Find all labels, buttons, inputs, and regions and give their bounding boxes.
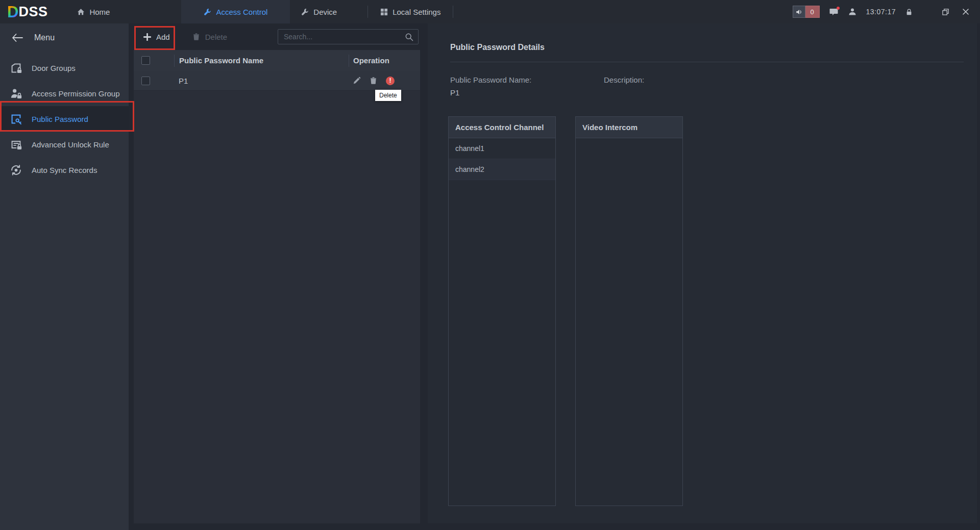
back-arrow-icon xyxy=(12,34,23,42)
tab-access-control-label: Access Control xyxy=(216,8,267,16)
tab-access-control[interactable]: Access Control xyxy=(181,0,290,23)
wrench-icon xyxy=(204,8,211,16)
notification-red-dot xyxy=(837,7,840,10)
column-header-operation: Operation xyxy=(349,55,420,67)
sync-failed-warning-icon[interactable]: ! xyxy=(386,77,395,85)
sync-icon xyxy=(10,164,22,176)
sidebar-item-label: Door Groups xyxy=(32,64,76,72)
dss-logo: D DSS xyxy=(0,4,63,20)
description-label: Description: xyxy=(604,75,644,84)
grid-icon xyxy=(380,8,388,16)
menu-back-header[interactable]: Menu xyxy=(0,23,129,52)
top-bar: D DSS Home Access Control Device xyxy=(0,0,980,23)
header-checkbox-cell xyxy=(134,56,174,65)
list-toolbar: Add Delete xyxy=(134,23,420,50)
sidebar-item-advanced-unlock-rule[interactable]: Advanced Unlock Rule xyxy=(0,132,129,157)
table-row[interactable]: P1 ! xyxy=(134,71,420,91)
list-item-channel1[interactable]: channel1 xyxy=(449,138,555,159)
document-lock-icon xyxy=(10,139,22,150)
tab-home[interactable]: Home xyxy=(65,0,122,23)
door-lock-icon xyxy=(10,62,22,74)
sidebar-item-public-password[interactable]: Public Password xyxy=(0,106,129,132)
name-value: P1 xyxy=(450,88,459,97)
details-title: Public Password Details xyxy=(450,43,545,52)
search-input[interactable] xyxy=(283,32,405,41)
message-notification-icon[interactable] xyxy=(829,8,839,16)
row-password-name: P1 xyxy=(174,77,349,85)
row-checkbox-cell xyxy=(134,77,174,85)
row-operation-cell: ! xyxy=(349,77,420,85)
tab-home-label: Home xyxy=(89,8,110,16)
list-item-channel2[interactable]: channel2 xyxy=(449,159,555,180)
search-icon[interactable] xyxy=(405,33,413,41)
speaker-icon xyxy=(793,6,805,18)
tab-divider xyxy=(453,6,453,18)
delete-button-label: Delete xyxy=(205,33,227,41)
channel-list-header: Access Control Channel xyxy=(449,117,555,138)
sidebar-item-auto-sync-records[interactable]: Auto Sync Records xyxy=(0,157,129,183)
delete-tooltip: Delete xyxy=(375,90,401,101)
column-header-name: Public Password Name xyxy=(174,55,349,67)
trash-icon xyxy=(192,33,200,41)
top-bar-right-controls: 0 13:07:17 xyxy=(793,6,980,18)
row-checkbox[interactable] xyxy=(141,77,150,85)
navigation-sidebar: Menu Door Groups Access Permission Group xyxy=(0,23,129,530)
lock-screen-icon[interactable] xyxy=(905,8,913,16)
alarm-count-badge: 0 xyxy=(805,6,820,18)
tab-device[interactable]: Device xyxy=(294,0,368,23)
name-label: Public Password Name: xyxy=(450,75,531,84)
access-control-channel-list: Access Control Channel channel1 channel2 xyxy=(448,116,556,506)
tab-local-settings[interactable]: Local Settings xyxy=(368,0,453,23)
sidebar-item-door-groups[interactable]: Door Groups xyxy=(0,55,129,81)
close-button[interactable] xyxy=(963,9,969,15)
add-button[interactable]: Add xyxy=(143,33,170,41)
search-box[interactable] xyxy=(278,29,419,44)
plus-icon xyxy=(143,33,151,41)
sidebar-item-label: Auto Sync Records xyxy=(32,166,97,174)
alarm-sound-control[interactable]: 0 xyxy=(793,6,820,18)
add-button-label: Add xyxy=(156,33,170,41)
video-intercom-list: Video Intercom xyxy=(575,116,683,506)
wrench-icon xyxy=(301,8,309,16)
dss-application-window: D DSS Home Access Control Device xyxy=(0,0,980,530)
dss-logo-d-mark: D xyxy=(7,4,18,20)
person-lock-icon xyxy=(10,88,22,99)
details-divider xyxy=(450,62,964,62)
sidebar-item-access-permission-group[interactable]: Access Permission Group xyxy=(0,81,129,106)
table-header-row: Public Password Name Operation xyxy=(134,50,420,71)
select-all-checkbox[interactable] xyxy=(141,56,150,65)
restore-window-button[interactable] xyxy=(942,9,949,15)
edit-pencil-icon[interactable] xyxy=(353,77,361,85)
public-password-details-panel: Public Password Details Public Password … xyxy=(428,23,977,523)
sidebar-item-label: Access Permission Group xyxy=(32,89,120,98)
tab-device-label: Device xyxy=(313,8,337,16)
delete-button-disabled[interactable]: Delete xyxy=(192,33,227,41)
home-icon xyxy=(77,8,85,16)
clock-time: 13:07:17 xyxy=(866,8,896,16)
sidebar-item-label: Advanced Unlock Rule xyxy=(32,140,109,149)
tab-local-settings-label: Local Settings xyxy=(393,8,440,16)
window-controls xyxy=(928,9,971,15)
public-password-table: Public Password Name Operation P1 ! xyxy=(134,50,420,523)
key-panel-icon xyxy=(10,113,22,125)
delete-trash-icon[interactable] xyxy=(370,77,377,85)
sidebar-item-label: Public Password xyxy=(32,115,88,123)
user-account-icon[interactable] xyxy=(848,8,856,16)
dss-logo-text: DSS xyxy=(18,5,47,19)
sidebar-items: Door Groups Access Permission Group Publ… xyxy=(0,52,129,183)
intercom-list-header: Video Intercom xyxy=(576,117,682,138)
menu-label: Menu xyxy=(34,33,55,42)
